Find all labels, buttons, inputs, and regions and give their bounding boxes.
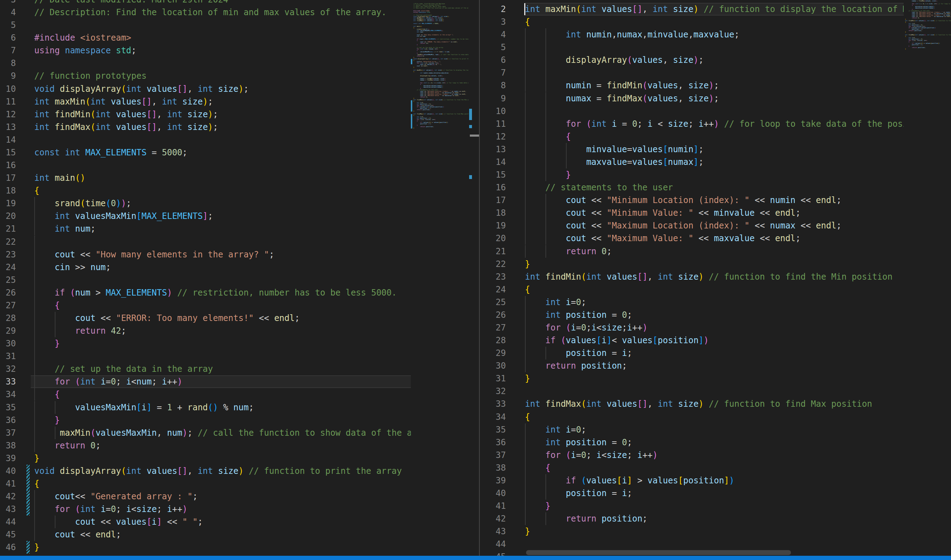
line-number[interactable]: 6 bbox=[0, 31, 16, 44]
line-number[interactable]: 23 bbox=[0, 248, 16, 261]
code-line[interactable]: 3{ bbox=[480, 15, 904, 28]
line-number[interactable]: 16 bbox=[0, 159, 16, 172]
code-line[interactable]: 35 int i=0; bbox=[480, 423, 904, 436]
code-line[interactable]: 27 { bbox=[0, 299, 480, 312]
line-number[interactable]: 32 bbox=[480, 385, 506, 398]
code-line[interactable]: 22} bbox=[480, 258, 904, 271]
code-line[interactable]: 40 position = i; bbox=[480, 487, 904, 500]
line-number[interactable]: 40 bbox=[480, 487, 506, 500]
line-number[interactable]: 3 bbox=[0, 0, 16, 6]
line-number[interactable]: 14 bbox=[480, 156, 506, 168]
code-line[interactable]: 44 cout << values[i] << " "; bbox=[0, 515, 480, 528]
overview-ruler-left[interactable] bbox=[469, 0, 479, 560]
line-number[interactable]: 45 bbox=[0, 528, 16, 541]
code-line[interactable]: 13int findMax(int values[], int size); bbox=[0, 121, 480, 134]
line-number[interactable]: 19 bbox=[480, 219, 506, 232]
line-number[interactable]: 12 bbox=[480, 130, 506, 143]
code-line[interactable]: 5 bbox=[0, 19, 480, 31]
line-number[interactable]: 9 bbox=[480, 92, 506, 105]
line-number[interactable]: 44 bbox=[0, 515, 16, 528]
line-number[interactable]: 37 bbox=[0, 426, 16, 439]
code-line[interactable]: 12 { bbox=[480, 130, 904, 143]
code-line[interactable]: 30 } bbox=[0, 337, 480, 350]
line-number[interactable]: 39 bbox=[0, 452, 16, 465]
line-number[interactable]: 35 bbox=[480, 423, 506, 436]
line-number[interactable]: 26 bbox=[0, 286, 16, 299]
code-line[interactable]: 36 int position = 0; bbox=[480, 436, 904, 449]
code-line[interactable]: 20 int valuesMaxMin[MAX_ELEMENTS]; bbox=[0, 210, 480, 222]
code-line[interactable]: 19 cout << "Maximum Location (index): " … bbox=[480, 219, 904, 232]
line-number[interactable]: 35 bbox=[0, 401, 16, 414]
code-line[interactable]: 21 return 0; bbox=[480, 245, 904, 258]
code-line[interactable]: 18{ bbox=[0, 184, 480, 197]
line-number[interactable]: 40 bbox=[0, 465, 16, 477]
code-line[interactable]: 10 bbox=[480, 105, 904, 118]
code-line[interactable]: 7 bbox=[480, 66, 904, 79]
code-line[interactable]: 31 bbox=[0, 350, 480, 363]
code-line[interactable]: 18 cout << "Minimum Value: " << minvalue… bbox=[480, 206, 904, 219]
minimap-left[interactable]: //File name: Find Minimum and Maximum// … bbox=[411, 0, 469, 560]
line-number[interactable]: 19 bbox=[0, 197, 16, 210]
code-line[interactable]: 35 valuesMaxMin[i] = 1 + rand() % num; bbox=[0, 401, 480, 414]
code-line[interactable]: 44 bbox=[480, 538, 904, 551]
line-number[interactable]: 4 bbox=[0, 6, 16, 19]
code-line[interactable]: 39 if (values[i] > values[position]) bbox=[480, 474, 904, 487]
line-number[interactable]: 10 bbox=[480, 105, 506, 118]
code-line[interactable]: 15const int MAX_ELEMENTS = 5000; bbox=[0, 146, 480, 159]
line-number[interactable]: 5 bbox=[480, 41, 506, 54]
code-line[interactable]: 6#include <iostream> bbox=[0, 31, 480, 44]
code-line[interactable]: 43 for (int i=0; i<size; i++) bbox=[0, 503, 480, 515]
code-line[interactable]: 2int maxMin(int values[], int size) // f… bbox=[480, 3, 904, 15]
line-number[interactable]: 28 bbox=[480, 334, 506, 347]
line-number[interactable]: 15 bbox=[0, 146, 16, 159]
line-number[interactable]: 38 bbox=[480, 462, 506, 474]
line-number[interactable]: 15 bbox=[480, 168, 506, 181]
code-line[interactable]: 23int findMin(int values[], int size) //… bbox=[480, 271, 904, 283]
vertical-scrollbar-thumb[interactable] bbox=[470, 134, 479, 137]
line-number[interactable]: 46 bbox=[0, 541, 16, 554]
line-number[interactable]: 17 bbox=[0, 172, 16, 184]
line-number[interactable]: 29 bbox=[480, 347, 506, 360]
line-number[interactable]: 7 bbox=[0, 44, 16, 57]
line-number[interactable]: 30 bbox=[480, 360, 506, 372]
line-number[interactable]: 39 bbox=[480, 474, 506, 487]
line-number[interactable]: 24 bbox=[0, 261, 16, 274]
code-line[interactable]: 38 { bbox=[480, 462, 904, 474]
code-line[interactable]: 38 return 0; bbox=[0, 439, 480, 452]
line-number[interactable]: 42 bbox=[480, 512, 506, 525]
code-line[interactable]: 37 maxMin(valuesMaxMin, num); // call th… bbox=[0, 426, 480, 439]
line-number[interactable]: 16 bbox=[480, 181, 506, 194]
code-line[interactable]: 16 bbox=[0, 159, 480, 172]
line-number[interactable]: 13 bbox=[480, 143, 506, 156]
code-line[interactable]: 41 } bbox=[480, 500, 904, 512]
code-line[interactable]: 11 for (int i = 0; i < size; i++) // for… bbox=[480, 118, 904, 130]
code-line[interactable]: 7using namespace std; bbox=[0, 44, 480, 57]
line-number[interactable]: 43 bbox=[480, 525, 506, 538]
code-line[interactable]: 31} bbox=[480, 372, 904, 385]
code-line[interactable]: 33 for (int i=0; i<num; i++) bbox=[0, 375, 480, 388]
code-line[interactable]: 13 minvalue=values[numin]; bbox=[480, 143, 904, 156]
code-line[interactable]: 42 return position; bbox=[480, 512, 904, 525]
code-line[interactable]: 32 bbox=[480, 385, 904, 398]
line-number[interactable]: 10 bbox=[0, 83, 16, 95]
line-number[interactable]: 42 bbox=[0, 490, 16, 503]
code-line[interactable]: 3// Date last modified: March 29th 2024 bbox=[0, 0, 480, 6]
code-line[interactable]: 17 cout << "Minimum Location (index): " … bbox=[480, 194, 904, 206]
code-line[interactable]: 34{ bbox=[480, 411, 904, 423]
line-number[interactable]: 25 bbox=[0, 274, 16, 286]
code-line[interactable]: 24 cin >> num; bbox=[0, 261, 480, 274]
code-line[interactable]: 20 cout << "Maximum Value: " << maxvalue… bbox=[480, 232, 904, 245]
code-line[interactable]: 30 return position; bbox=[480, 360, 904, 372]
line-number[interactable]: 36 bbox=[0, 414, 16, 426]
line-number[interactable]: 6 bbox=[480, 54, 506, 66]
line-number[interactable]: 7 bbox=[480, 66, 506, 79]
code-line[interactable]: 40void displayArray(int values[], int si… bbox=[0, 465, 480, 477]
code-line[interactable]: 23 cout << "How many elements in the arr… bbox=[0, 248, 480, 261]
code-line[interactable]: 37 for (i=0; i<size; i++) bbox=[480, 449, 904, 462]
minimap-right[interactable]: numax = findMax(values, size); for (int … bbox=[904, 0, 951, 560]
code-line[interactable]: 16 // statements to the user bbox=[480, 181, 904, 194]
code-line[interactable]: 34 { bbox=[0, 388, 480, 401]
line-number[interactable]: 32 bbox=[0, 363, 16, 375]
horizontal-scrollbar[interactable] bbox=[526, 550, 791, 555]
code-line[interactable]: 22 bbox=[0, 235, 480, 248]
